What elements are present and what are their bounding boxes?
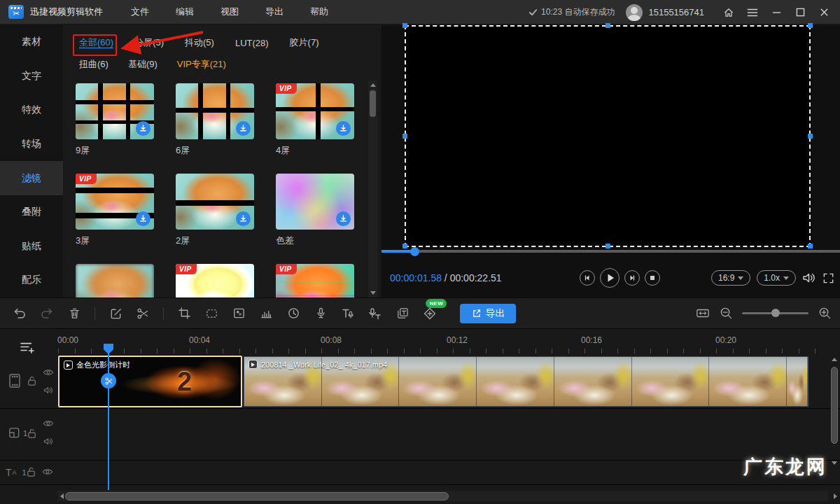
preview-progress-bar[interactable] [382, 250, 840, 253]
filter-thumbnail[interactable] [276, 174, 354, 230]
zoom-in-icon[interactable] [818, 307, 832, 321]
scroll-left-arrow[interactable] [60, 493, 64, 499]
tab-lut[interactable]: LUT(28) [235, 38, 269, 48]
tab-film[interactable]: 胶片(7) [290, 36, 319, 49]
avatar[interactable] [626, 4, 643, 21]
delete-icon[interactable] [67, 307, 81, 321]
timeline-zoom-slider[interactable] [742, 312, 808, 314]
scrollbar-thumb[interactable] [65, 492, 449, 500]
filter-thumbnail[interactable]: VIP [76, 174, 154, 230]
filter-item-chromatic[interactable]: 色差 [276, 174, 354, 247]
timeline-hscrollbar[interactable] [58, 491, 828, 501]
sidebar-item-transitions[interactable]: 转场 [0, 127, 63, 162]
sidebar-item-effects[interactable]: 特效 [0, 93, 63, 127]
filter-item-3split[interactable]: VIP 3屏 [76, 174, 154, 247]
selection-handle-w[interactable] [402, 134, 407, 139]
undo-icon[interactable] [13, 307, 27, 321]
volume-icon[interactable] [802, 272, 816, 284]
selection-handle-se[interactable] [808, 244, 813, 248]
selection-handle-nw[interactable] [402, 23, 407, 28]
record-microphone-icon[interactable] [314, 307, 328, 321]
timeline-ruler[interactable]: 00:00 00:04 00:08 00:12 00:16 00:20 [58, 330, 830, 354]
menu-export[interactable]: 导出 [257, 3, 292, 21]
preview-canvas[interactable] [405, 25, 811, 247]
filter-thumbnail[interactable] [176, 174, 254, 230]
menu-edit[interactable]: 编辑 [167, 3, 202, 21]
filter-item-bright[interactable]: VIP [176, 264, 254, 298]
duration-clock-icon[interactable] [286, 307, 300, 321]
stop-button[interactable] [645, 270, 660, 286]
selection-handle-ne[interactable] [808, 23, 813, 28]
selection-handle-e[interactable] [808, 134, 813, 139]
audio-waveform-icon[interactable] [259, 307, 273, 321]
selection-handle-n[interactable] [606, 23, 610, 28]
add-track-button[interactable] [20, 341, 35, 354]
download-icon[interactable] [336, 211, 351, 226]
download-icon[interactable] [136, 121, 150, 136]
sidebar-item-media[interactable]: 素材 [0, 25, 63, 59]
menu-file[interactable]: 文件 [122, 3, 158, 21]
track-visibility-icon[interactable] [42, 468, 53, 476]
fit-timeline-icon[interactable] [696, 307, 710, 321]
lock-icon[interactable] [27, 428, 37, 439]
username[interactable]: 15155156741 [648, 7, 704, 18]
scroll-up-arrow[interactable] [832, 358, 837, 361]
playhead-split-button[interactable] [101, 373, 116, 388]
minimize-button[interactable] [767, 0, 785, 24]
filter-item-9split[interactable]: 9屏 [76, 83, 154, 157]
text-to-speech-icon[interactable] [341, 307, 355, 321]
menu-help[interactable]: 帮助 [302, 3, 337, 21]
filter-item-4split[interactable]: VIP 4屏 [276, 83, 354, 157]
progress-handle[interactable] [410, 247, 419, 256]
sidebar-item-music[interactable]: 配乐 [0, 263, 63, 298]
speed-dropdown[interactable]: 1.0x [757, 270, 796, 286]
track-mute-icon[interactable] [43, 437, 53, 446]
selection-handle-sw[interactable] [402, 244, 407, 248]
export-button[interactable]: 导出 [460, 304, 516, 323]
fullscreen-icon[interactable] [822, 272, 834, 284]
mosaic-icon[interactable] [232, 307, 246, 321]
hamburger-menu-icon[interactable] [743, 0, 762, 24]
zoom-slider-handle[interactable] [771, 309, 780, 317]
previous-frame-button[interactable] [580, 270, 595, 286]
scroll-down-arrow[interactable] [832, 461, 837, 465]
timeline-clip-worklife[interactable]: 200814 _Work Life_02_ 4k_017.mp4 [244, 356, 808, 407]
tab-all[interactable]: 全部(60) [79, 36, 113, 49]
tab-splitscreen[interactable]: 分屏(5) [134, 36, 164, 49]
download-icon[interactable] [336, 121, 351, 136]
download-icon[interactable] [236, 121, 251, 136]
tab-shake[interactable]: 抖动(5) [185, 36, 214, 49]
filter-thumbnail[interactable]: VIP [276, 83, 354, 139]
selection-handle-s[interactable] [606, 244, 610, 248]
lock-icon[interactable] [27, 375, 37, 386]
play-button[interactable] [600, 268, 620, 288]
next-frame-button[interactable] [624, 270, 640, 286]
filter-item-glitch[interactable]: VIP [276, 264, 354, 298]
speech-to-text-icon[interactable] [368, 307, 382, 321]
track-visibility-icon[interactable] [43, 419, 54, 428]
filter-thumbnail[interactable] [76, 264, 154, 298]
sidebar-item-text[interactable]: 文字 [0, 59, 63, 94]
filter-item-2split[interactable]: 2屏 [176, 174, 254, 247]
scroll-up-arrow[interactable] [370, 83, 376, 87]
zoom-out-icon[interactable] [719, 307, 733, 321]
close-button[interactable] [815, 0, 833, 24]
track-mute-icon[interactable] [43, 386, 53, 395]
download-icon[interactable] [136, 211, 150, 226]
home-icon[interactable] [720, 0, 738, 24]
playhead[interactable] [108, 344, 109, 490]
lock-icon[interactable] [26, 466, 36, 477]
scroll-down-arrow[interactable] [370, 291, 376, 295]
subtitle-copy-icon[interactable] [396, 307, 410, 321]
filter-item-shake[interactable] [76, 264, 154, 298]
scrollbar-thumb[interactable] [370, 90, 376, 117]
filter-scrollbar[interactable] [368, 80, 377, 298]
filter-item-6split[interactable]: 6屏 [176, 83, 254, 157]
filter-thumbnail[interactable]: VIP [176, 264, 254, 298]
marker-tag-icon[interactable]: NEW [423, 307, 437, 321]
freeze-frame-icon[interactable] [204, 307, 218, 321]
timeline-vscrollbar[interactable] [830, 358, 839, 487]
timeline-clip-countdown[interactable]: 金色光影倒计时 2 [58, 356, 242, 407]
scrollbar-thumb[interactable] [831, 367, 838, 444]
filter-thumbnail[interactable] [176, 83, 254, 139]
